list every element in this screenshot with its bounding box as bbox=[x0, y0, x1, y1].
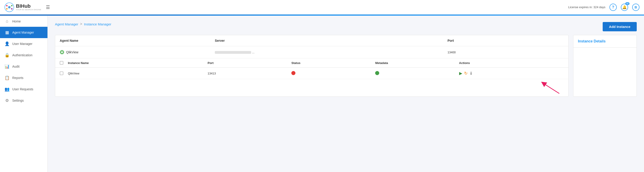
agent-name-label: QlikView bbox=[66, 50, 78, 54]
col-header-agent-name: Agent Name bbox=[60, 39, 215, 42]
header-right: License expires in: 324 days ? 🔔 55 B bbox=[568, 4, 640, 11]
user-manager-icon: 👤 bbox=[4, 41, 10, 46]
user-requests-icon: 👥 bbox=[4, 87, 10, 92]
instance-metadata-cell bbox=[375, 71, 459, 76]
sidebar-label-user-manager: User Manager bbox=[12, 42, 32, 46]
agent-server-cell: ... bbox=[215, 51, 448, 54]
sidebar-label-reports: Reports bbox=[12, 76, 24, 80]
menu-toggle-button[interactable]: ☰ bbox=[45, 4, 51, 11]
sidebar-label-audit: Audit bbox=[12, 65, 20, 68]
metadata-dot-green bbox=[375, 71, 379, 75]
page-header-row: Agent Manager > Instance Manager Add Ins… bbox=[55, 22, 637, 31]
sidebar-item-home[interactable]: ⌂ Home bbox=[0, 16, 48, 27]
agent-status-icon bbox=[60, 50, 64, 54]
settings-icon: ⚙ bbox=[4, 98, 10, 103]
sidebar-item-reports[interactable]: 📋 Reports bbox=[0, 72, 48, 84]
sidebar-label-authentication: Authentication bbox=[12, 53, 32, 57]
col-header-instance-name: Instance Name bbox=[68, 61, 208, 65]
notification-area: 🔔 55 bbox=[621, 4, 628, 11]
sidebar-item-user-manager[interactable]: 👤 User Manager bbox=[0, 38, 48, 49]
play-button[interactable]: ▶ bbox=[459, 71, 462, 76]
breadcrumb-parent[interactable]: Agent Manager bbox=[55, 22, 78, 26]
agent-port-cell: 13400 bbox=[448, 51, 564, 54]
table-area: Agent Name Server Port QlikView ... bbox=[55, 35, 568, 97]
add-instance-button[interactable]: Add Instance bbox=[603, 22, 637, 31]
instance-status-cell bbox=[291, 71, 375, 76]
col-check-header bbox=[60, 61, 68, 65]
sidebar-label-agent-manager: Agent Manager bbox=[12, 31, 34, 34]
col-header-instance-port: Port bbox=[208, 61, 291, 65]
table-row: QlikView 13413 ▶ ↻ ⇓ bbox=[55, 68, 568, 79]
col-header-server: Server bbox=[215, 39, 448, 42]
col-header-metadata: Metadata bbox=[375, 61, 459, 65]
row-checkbox-cell bbox=[60, 71, 68, 75]
license-text: License expires in: 324 days bbox=[568, 5, 606, 9]
status-dot-red bbox=[291, 71, 296, 75]
breadcrumb-separator: > bbox=[80, 22, 82, 26]
sidebar-label-user-requests: User Requests bbox=[12, 87, 34, 91]
select-all-checkbox[interactable] bbox=[60, 61, 63, 65]
col-header-status: Status bbox=[291, 61, 375, 65]
two-column-layout: Agent Name Server Port QlikView ... bbox=[55, 35, 637, 97]
logo-subtitle: YOUR BI SEARCH ENGINE bbox=[16, 9, 41, 11]
user-avatar-button[interactable]: B bbox=[632, 4, 640, 11]
agent-manager-icon: ▦ bbox=[4, 30, 10, 35]
sidebar-item-audit[interactable]: 📊 Audit bbox=[0, 61, 48, 72]
home-icon: ⌂ bbox=[4, 19, 10, 24]
sidebar-item-agent-manager[interactable]: ▦ Agent Manager bbox=[0, 27, 48, 38]
breadcrumb: Agent Manager > Instance Manager bbox=[55, 22, 111, 26]
instance-name-cell: QlikView bbox=[68, 72, 208, 75]
instance-port-cell: 13413 bbox=[208, 72, 291, 75]
sidebar: ⌂ Home ▦ Agent Manager 👤 User Manager 🔒 … bbox=[0, 16, 48, 172]
refresh-button[interactable]: ↻ bbox=[464, 71, 468, 76]
instance-actions-cell: ▶ ↻ ⇓ bbox=[459, 71, 564, 76]
sidebar-item-settings[interactable]: ⚙ Settings bbox=[0, 95, 48, 106]
sidebar-item-authentication[interactable]: 🔒 Authentication bbox=[0, 49, 48, 61]
agent-data-row: QlikView ... 13400 bbox=[55, 46, 568, 58]
breadcrumb-current: Instance Manager bbox=[84, 22, 111, 26]
sidebar-label-home: Home bbox=[12, 19, 21, 23]
download-button[interactable]: ⇓ bbox=[470, 71, 473, 76]
col-header-actions: Actions bbox=[459, 61, 564, 65]
arrow-annotation-area bbox=[55, 79, 568, 96]
sidebar-item-user-requests[interactable]: 👥 User Requests bbox=[0, 84, 48, 95]
agent-server-ellipsis: ... bbox=[252, 51, 254, 54]
authentication-icon: 🔒 bbox=[4, 53, 10, 58]
logo-text: BIHub YOUR BI SEARCH ENGINE bbox=[16, 4, 41, 11]
sidebar-label-settings: Settings bbox=[12, 99, 24, 102]
agent-header-row: Agent Name Server Port bbox=[55, 35, 568, 46]
content-area: Agent Manager > Instance Manager Add Ins… bbox=[48, 16, 644, 172]
reports-icon: 📋 bbox=[4, 75, 10, 80]
notification-badge: 55 bbox=[626, 2, 630, 5]
instance-details-title: Instance Details bbox=[574, 35, 636, 48]
logo-title: BIHub bbox=[16, 4, 41, 9]
help-button[interactable]: ? bbox=[610, 4, 617, 11]
col-header-port: Port bbox=[448, 39, 564, 42]
annotation-arrow bbox=[536, 81, 564, 95]
audit-icon: 📊 bbox=[4, 64, 10, 69]
instance-table-header: Instance Name Port Status Metadata Actio… bbox=[55, 58, 568, 68]
main-layout: ⌂ Home ▦ Agent Manager 👤 User Manager 🔒 … bbox=[0, 16, 644, 172]
agent-name-cell: QlikView bbox=[60, 50, 215, 54]
top-header: BIHub YOUR BI SEARCH ENGINE ☰ License ex… bbox=[0, 0, 644, 14]
logo: BIHub YOUR BI SEARCH ENGINE bbox=[4, 2, 41, 12]
logo-icon bbox=[4, 2, 14, 12]
row-checkbox[interactable] bbox=[60, 71, 63, 75]
instance-details-panel: Instance Details bbox=[573, 35, 637, 97]
